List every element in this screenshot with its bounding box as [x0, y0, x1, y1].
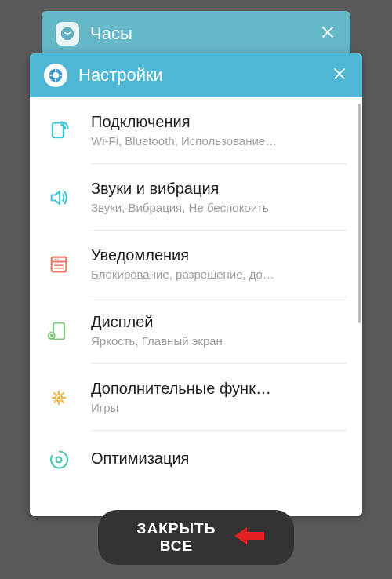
notifications-icon: [45, 251, 72, 278]
clock-icon-glyph: [59, 25, 76, 42]
close-all-button[interactable]: ЗАКРЫТЬ ВСЕ: [98, 510, 294, 565]
settings-app-icon: [44, 64, 67, 87]
red-arrow-icon: [234, 526, 264, 549]
setting-title: Оптимизация: [91, 450, 347, 468]
setting-title: Дополнительные функ…: [91, 380, 347, 398]
svg-rect-5: [60, 75, 62, 76]
setting-title: Дисплей: [91, 313, 347, 331]
setting-subtitle: Яркость, Главный экран: [91, 334, 347, 348]
setting-subtitle: Звуки, Вибрация, Не беспокоить: [91, 201, 347, 214]
clock-app-title: Часы: [90, 24, 319, 44]
settings-app-title: Настройки: [78, 65, 331, 86]
svg-rect-4: [50, 75, 53, 76]
advanced-icon: [45, 384, 72, 411]
settings-list-container: Подключения Wi-Fi, Bluetooth, Использова…: [30, 97, 362, 516]
settings-list[interactable]: Подключения Wi-Fi, Bluetooth, Использова…: [30, 97, 362, 489]
setting-item-connections[interactable]: Подключения Wi-Fi, Bluetooth, Использова…: [30, 97, 362, 164]
clock-app-icon: [56, 22, 79, 46]
setting-item-display[interactable]: Дисплей Яркость, Главный экран: [30, 297, 362, 364]
svg-point-9: [54, 258, 56, 260]
svg-point-18: [56, 457, 62, 463]
setting-item-notifications[interactable]: Уведомления Блокирование, разрешение, до…: [30, 231, 362, 297]
sound-icon: [45, 184, 72, 211]
setting-title: Уведомления: [91, 246, 347, 264]
setting-subtitle: Игры: [91, 401, 347, 414]
setting-item-advanced[interactable]: Дополнительные функ… Игры: [30, 364, 362, 431]
setting-title: Звуки и вибрация: [91, 180, 347, 198]
display-icon: [45, 318, 72, 344]
setting-item-sounds[interactable]: Звуки и вибрация Звуки, Вибрация, Не бес…: [30, 164, 362, 231]
setting-item-optimization[interactable]: Оптимизация: [30, 431, 362, 489]
recent-app-card-clock[interactable]: Часы: [42, 11, 350, 56]
setting-title: Подключения: [91, 113, 347, 131]
recent-app-card-settings[interactable]: Настройки Подключения Wi-Fi, Bluetooth, …: [30, 53, 362, 516]
gear-icon: [48, 67, 64, 83]
connections-icon: [45, 118, 72, 144]
svg-point-10: [57, 258, 59, 260]
close-clock-card-button[interactable]: [319, 22, 336, 46]
settings-card-header: Настройки: [30, 53, 362, 97]
svg-rect-2: [55, 70, 56, 72]
setting-subtitle: Wi-Fi, Bluetooth, Использование…: [91, 134, 347, 147]
close-settings-card-button[interactable]: [331, 64, 348, 88]
setting-subtitle: Блокирование, разрешение, до…: [91, 268, 347, 281]
close-all-label: ЗАКРЫТЬ ВСЕ: [128, 520, 225, 555]
optimization-icon: [45, 446, 72, 473]
svg-rect-3: [55, 79, 56, 82]
svg-rect-7: [52, 257, 67, 271]
scrollbar[interactable]: [358, 104, 361, 323]
